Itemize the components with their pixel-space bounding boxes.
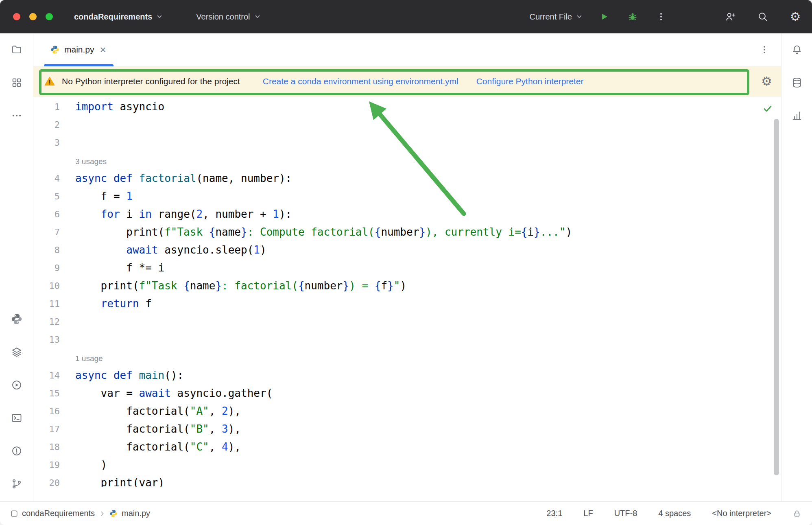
breadcrumb[interactable]: condaRequirements: [11, 509, 95, 518]
code-line[interactable]: 1import asyncio: [33, 98, 781, 116]
line-number[interactable]: 15: [33, 388, 60, 398]
usage-hint: 3 usages: [60, 154, 107, 166]
tab-main-py[interactable]: main.py ×: [43, 33, 114, 66]
readonly-toggle[interactable]: [792, 509, 801, 518]
code-line[interactable]: 19 ): [33, 456, 781, 474]
inspections-widget[interactable]: [762, 103, 774, 114]
inlay-hint-row[interactable]: 3 usages: [33, 151, 781, 169]
inlay-hint-row[interactable]: 1 usage: [33, 348, 781, 366]
minimize-button[interactable]: [29, 13, 37, 20]
line-number[interactable]: 5: [33, 191, 60, 201]
breadcrumb-project: condaRequirements: [22, 509, 95, 518]
line-number[interactable]: 16: [33, 406, 60, 416]
code-line[interactable]: 11 return f: [33, 295, 781, 313]
code-line[interactable]: 15 var = await asyncio.gather(: [33, 384, 781, 402]
debug-button[interactable]: [626, 11, 639, 23]
structure-toolwindow-button[interactable]: [8, 74, 26, 92]
code-line[interactable]: 14async def main():: [33, 366, 781, 384]
breadcrumb-filename: main.py: [122, 509, 150, 518]
python-icon: [11, 313, 22, 325]
version-control-button[interactable]: [8, 475, 26, 493]
more-actions-button[interactable]: [655, 11, 667, 23]
window-controls: [0, 13, 53, 20]
code-line[interactable]: 12: [33, 313, 781, 330]
close-button[interactable]: [13, 13, 20, 20]
configure-interpreter-link[interactable]: Configure Python interpreter: [476, 77, 584, 86]
code-content: async def main():: [60, 369, 183, 381]
tab-close-button[interactable]: ×: [99, 44, 107, 55]
code-line[interactable]: 3: [33, 133, 781, 151]
line-number[interactable]: 3: [33, 138, 60, 148]
settings-button[interactable]: ⚙: [789, 11, 801, 23]
layers-icon: [11, 346, 22, 358]
line-number[interactable]: 20: [33, 478, 60, 488]
search-everywhere-button[interactable]: [757, 11, 769, 23]
code-line[interactable]: 4async def factorial(name, number):: [33, 169, 781, 187]
line-separator-widget[interactable]: LF: [583, 509, 593, 518]
code-line[interactable]: 16 factorial("A", 2),: [33, 402, 781, 420]
line-number[interactable]: 11: [33, 299, 60, 309]
search-icon: [757, 11, 768, 22]
project-toolwindow-button[interactable]: [8, 41, 26, 59]
line-number[interactable]: 2: [33, 120, 60, 130]
services-button[interactable]: [8, 376, 26, 394]
code-content: f *= i: [60, 262, 164, 274]
code-content: factorial("B", 3),: [60, 423, 241, 435]
notifications-button[interactable]: [788, 41, 806, 59]
python-packages-button[interactable]: [8, 310, 26, 328]
banner-message: No Python interpreter configured for the…: [62, 77, 240, 86]
code-line[interactable]: 18 factorial("C", 4),: [33, 438, 781, 456]
code-line[interactable]: 10 print(f"Task {name}: factorial({numbe…: [33, 277, 781, 295]
line-number[interactable]: 6: [33, 209, 60, 219]
vcs-widget[interactable]: Version control: [196, 12, 261, 22]
line-number[interactable]: 14: [33, 370, 60, 381]
line-number[interactable]: 4: [33, 173, 60, 184]
line-number[interactable]: 7: [33, 227, 60, 237]
chevron-right-icon: [99, 510, 105, 517]
project-selector[interactable]: condaRequirements: [74, 12, 164, 22]
more-toolwindows-button[interactable]: [8, 107, 26, 125]
status-bar: condaRequirements main.py 23:1 LF UTF-8 …: [0, 501, 812, 525]
code-line[interactable]: 7 print(f"Task {name}: Compute factorial…: [33, 223, 781, 241]
run-config-selector[interactable]: Current File: [530, 12, 583, 22]
line-number[interactable]: 18: [33, 442, 60, 452]
line-number[interactable]: 19: [33, 460, 60, 470]
dependencies-button[interactable]: [8, 343, 26, 361]
zoom-button[interactable]: [46, 13, 53, 20]
code-line[interactable]: 5 f = 1: [33, 187, 781, 205]
problems-icon: [11, 445, 22, 457]
code-line[interactable]: 17 factorial("B", 3),: [33, 420, 781, 438]
line-number[interactable]: 9: [33, 263, 60, 273]
terminal-icon: [11, 412, 22, 424]
code-line[interactable]: 9 f *= i: [33, 259, 781, 277]
line-number[interactable]: 17: [33, 424, 60, 434]
line-number[interactable]: 12: [33, 317, 60, 327]
create-conda-env-link[interactable]: Create a conda environment using environ…: [263, 77, 458, 86]
code-line[interactable]: 20 print(var): [33, 474, 781, 487]
run-button[interactable]: [598, 11, 610, 23]
kebab-icon: [656, 11, 666, 22]
caret-position-widget[interactable]: 23:1: [546, 509, 562, 518]
code-line[interactable]: 8 await asyncio.sleep(1): [33, 241, 781, 259]
code-line[interactable]: 13: [33, 330, 781, 348]
line-number[interactable]: 1: [33, 102, 60, 112]
line-number[interactable]: 13: [33, 335, 60, 345]
profiler-button[interactable]: [788, 107, 806, 125]
code-line[interactable]: 2: [33, 116, 781, 133]
line-number[interactable]: 10: [33, 281, 60, 291]
breadcrumb-file[interactable]: main.py: [109, 509, 150, 518]
editor[interactable]: 1import asyncio233 usages4async def fact…: [33, 96, 781, 501]
problems-button[interactable]: [8, 442, 26, 460]
tab-options-button[interactable]: [759, 44, 770, 55]
interpreter-widget[interactable]: <No interpreter>: [712, 509, 771, 518]
database-button[interactable]: [788, 74, 806, 92]
folder-icon: [11, 44, 22, 55]
indent-widget[interactable]: 4 spaces: [658, 509, 691, 518]
line-number[interactable]: 8: [33, 245, 60, 255]
encoding-widget[interactable]: UTF-8: [614, 509, 637, 518]
editor-scrollbar[interactable]: [774, 119, 779, 475]
terminal-button[interactable]: [8, 409, 26, 427]
code-with-me-button[interactable]: [724, 11, 736, 23]
banner-settings-button[interactable]: ⚙: [761, 75, 772, 88]
code-line[interactable]: 6 for i in range(2, number + 1):: [33, 205, 781, 223]
